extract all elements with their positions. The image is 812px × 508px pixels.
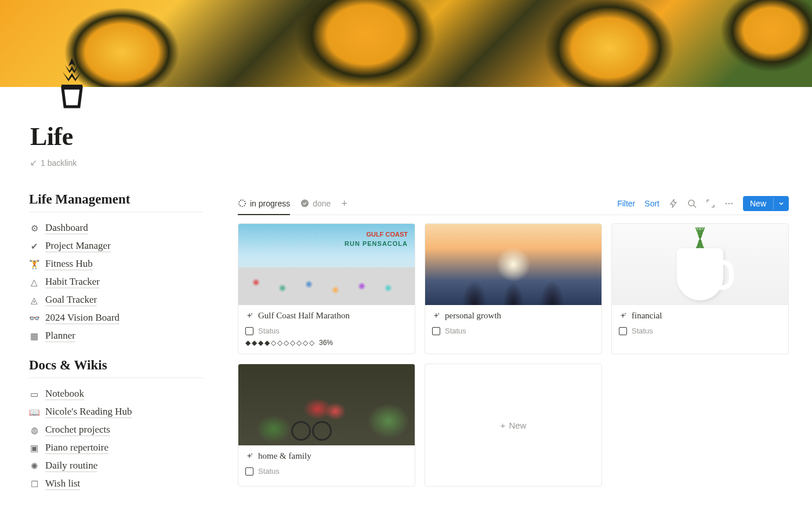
- nav-item-habit-tracker[interactable]: △ Habit Tracker: [29, 273, 203, 291]
- status-label: Status: [258, 326, 280, 335]
- book-icon: 📖: [29, 407, 39, 418]
- nav-label: Wish list: [45, 478, 80, 490]
- tab-done[interactable]: done: [300, 192, 331, 215]
- sort-button[interactable]: Sort: [644, 199, 659, 208]
- card-cover: [238, 224, 415, 305]
- page-title[interactable]: Life: [30, 122, 783, 151]
- status-label: Status: [445, 326, 466, 335]
- progress-percent: 36%: [319, 339, 333, 347]
- status-checkbox[interactable]: [432, 327, 440, 335]
- nav-item-notebook[interactable]: ▭ Notebook: [29, 385, 203, 403]
- section-title: Life Management: [29, 192, 203, 207]
- sparkle-icon: [432, 312, 440, 320]
- new-card-button[interactable]: + New: [425, 364, 602, 487]
- nav-label: Daily routine: [45, 460, 97, 472]
- card-personal-growth[interactable]: personal growth Status: [425, 223, 602, 354]
- sun-icon: ✺: [29, 461, 39, 471]
- nav-label: Fitness Hub: [45, 258, 93, 270]
- nav-item-goal-tracker[interactable]: ◬ Goal Tracker: [29, 291, 203, 309]
- gear-icon: ⚙: [29, 223, 39, 234]
- sidebar-section-docs-wikis: Docs & Wikis ▭ Notebook 📖 Nicole's Readi…: [29, 358, 203, 493]
- nav-label: Goal Tracker: [45, 294, 97, 306]
- nav-label: 2024 Vision Board: [45, 312, 119, 324]
- card-home-family[interactable]: home & family Status: [238, 364, 415, 487]
- yarn-icon: ◍: [29, 425, 39, 436]
- card-title: home & family: [258, 451, 311, 461]
- plus-icon: +: [501, 420, 506, 430]
- new-button[interactable]: New: [743, 196, 789, 211]
- sidebar: Life Management ⚙ Dashboard ✔ Project Ma…: [29, 192, 203, 493]
- status-checkbox[interactable]: [245, 467, 253, 476]
- nav-item-daily-routine[interactable]: ✺ Daily routine: [29, 457, 203, 475]
- new-button-dropdown[interactable]: [773, 198, 789, 209]
- piano-icon: ▣: [29, 443, 39, 453]
- automation-button[interactable]: [669, 199, 678, 208]
- nav-label: Nicole's Reading Hub: [45, 406, 132, 418]
- triangle-icon: △: [29, 277, 39, 288]
- status-checkbox[interactable]: [245, 327, 253, 335]
- plant-pot-icon: [51, 55, 93, 110]
- status-label: Status: [258, 467, 280, 476]
- status-label: Status: [632, 326, 653, 335]
- section-divider: [29, 378, 203, 378]
- filter-button[interactable]: Filter: [617, 199, 635, 208]
- dashed-circle-icon: [238, 199, 246, 208]
- nav-item-fitness-hub[interactable]: 🏋 Fitness Hub: [29, 255, 203, 273]
- glasses-icon: 👓: [29, 313, 39, 324]
- tab-in-progress[interactable]: in progress: [238, 192, 290, 215]
- card-title: Gulf Coast Half Marathon: [258, 311, 350, 321]
- card-title: financial: [632, 311, 662, 321]
- card-gulf-coast[interactable]: Gulf Coast Half Marathon Status ◆◆◆◆◇◇◇◇…: [238, 223, 415, 354]
- tab-label: done: [313, 199, 331, 208]
- nav-item-dashboard[interactable]: ⚙ Dashboard: [29, 219, 203, 237]
- svg-point-4: [726, 202, 727, 204]
- check-circle-icon: ✔: [29, 241, 39, 252]
- calendar-icon: ▦: [29, 331, 39, 342]
- database-header: in progress done + Filter Sort: [238, 192, 789, 215]
- cards-grid: Gulf Coast Half Marathon Status ◆◆◆◆◇◇◇◇…: [238, 223, 789, 487]
- dumbbell-icon: 🏋: [29, 259, 39, 270]
- card-cover: [612, 224, 788, 305]
- svg-point-5: [728, 202, 730, 204]
- card-cover: [425, 224, 601, 305]
- nav-item-vision-board[interactable]: 👓 2024 Vision Board: [29, 309, 203, 327]
- nav-item-reading-hub[interactable]: 📖 Nicole's Reading Hub: [29, 403, 203, 421]
- more-button[interactable]: [724, 199, 734, 208]
- lightning-icon: [669, 199, 678, 208]
- card-financial[interactable]: financial Status: [611, 223, 789, 354]
- nav-item-crochet[interactable]: ◍ Crochet projects: [29, 421, 203, 439]
- nav-label: Dashboard: [45, 222, 88, 234]
- nav-item-piano[interactable]: ▣ Piano repertoire: [29, 439, 203, 457]
- backlink-count: 1 backlink: [41, 158, 77, 168]
- backlink-arrow-icon: [30, 159, 37, 166]
- svg-point-1: [239, 200, 245, 206]
- sparkle-icon: [245, 312, 253, 320]
- status-checkbox[interactable]: [619, 327, 627, 335]
- chevron-down-icon: [778, 201, 784, 206]
- new-button-label: New: [743, 196, 773, 211]
- add-view-button[interactable]: +: [341, 198, 347, 209]
- section-divider: [29, 212, 203, 212]
- expand-icon: [706, 199, 715, 208]
- target-icon: ◬: [29, 295, 39, 306]
- nav-label: Habit Tracker: [45, 276, 100, 288]
- page-icon[interactable]: [51, 55, 93, 110]
- dots-icon: [724, 199, 734, 208]
- list-icon: ☐: [29, 479, 39, 489]
- new-card-label: New: [509, 420, 526, 430]
- search-icon: [687, 199, 697, 208]
- nav-label: Planner: [45, 330, 75, 342]
- section-title: Docs & Wikis: [29, 358, 203, 373]
- check-badge-icon: [300, 199, 309, 208]
- backlink-row[interactable]: 1 backlink: [30, 158, 783, 168]
- svg-point-6: [731, 202, 733, 204]
- search-button[interactable]: [687, 199, 697, 208]
- expand-button[interactable]: [706, 199, 715, 208]
- nav-label: Notebook: [45, 388, 84, 400]
- nav-item-wish-list[interactable]: ☐ Wish list: [29, 475, 203, 493]
- card-cover: [238, 364, 415, 445]
- nav-item-project-manager[interactable]: ✔ Project Manager: [29, 237, 203, 255]
- cover-image: [0, 0, 812, 87]
- progress-bar: ◆◆◆◆◇◇◇◇◇◇◇: [245, 339, 316, 347]
- nav-item-planner[interactable]: ▦ Planner: [29, 327, 203, 345]
